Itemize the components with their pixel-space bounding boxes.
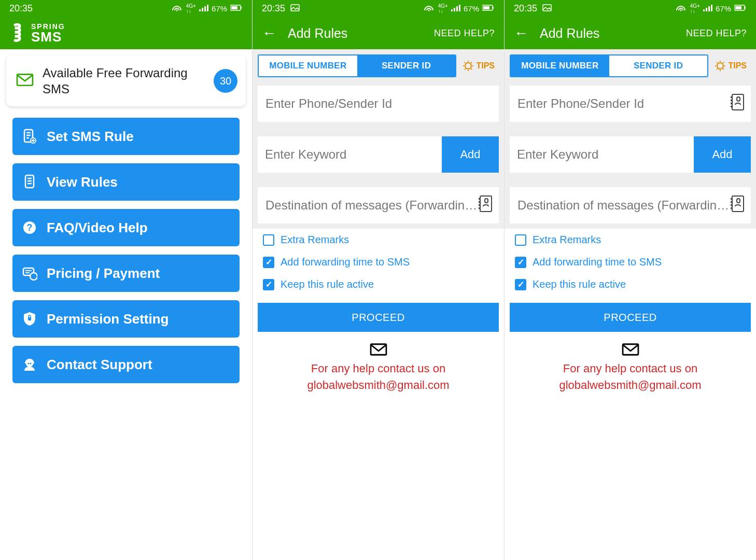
- status-time: 20:35: [262, 3, 285, 14]
- envelope-icon: [369, 349, 388, 358]
- checkbox-add-time[interactable]: Add forwarding time to SMS: [505, 251, 756, 273]
- faq-button[interactable]: FAQ/Video Help: [12, 209, 240, 246]
- checkbox-add-time[interactable]: Add forwarding time to SMS: [253, 251, 504, 273]
- need-help-link[interactable]: NEED HELP?: [434, 28, 495, 39]
- back-button[interactable]: ←: [262, 26, 276, 40]
- status-battery: 67%: [212, 4, 227, 13]
- status-bar: 20:35 4G+↑↓ 67%: [505, 0, 756, 17]
- checkbox-extra-remarks-label: Extra Remarks: [281, 234, 349, 246]
- checkbox-icon: [515, 234, 526, 246]
- brand-main: SMS: [31, 30, 65, 44]
- screen-home: 20:35 4G+↑↓ 67% SPRING SMS: [0, 0, 252, 560]
- signal-icon: [199, 4, 208, 13]
- screen-add-rules-sender: 20:35 4G+↑↓ 67% ← Add Rules NEED HELP? M…: [504, 0, 756, 560]
- checkbox-add-time-label: Add forwarding time to SMS: [533, 256, 662, 268]
- status-battery: 67%: [716, 4, 731, 13]
- proceed-label: PROCEED: [604, 312, 656, 324]
- picture-icon: [290, 3, 300, 14]
- checkbox-icon: [263, 279, 274, 290]
- tips-label: TIPS: [476, 61, 495, 71]
- permission-label: Permission Setting: [47, 311, 169, 327]
- contacts-icon[interactable]: [730, 195, 745, 216]
- doc-plus-icon: [22, 129, 37, 144]
- destination-input[interactable]: Destination of messages (Forwardin…: [510, 187, 751, 223]
- proceed-button[interactable]: PROCEED: [258, 303, 499, 332]
- set-sms-rule-button[interactable]: Set SMS Rule: [12, 118, 240, 155]
- help-line-1: For any help contact us on: [263, 362, 494, 375]
- status-time: 20:35: [514, 3, 537, 14]
- battery-icon: [230, 4, 243, 13]
- phone-sender-placeholder: Enter Phone/Sender Id: [265, 96, 392, 111]
- keyword-placeholder: Enter Keyword: [517, 147, 598, 162]
- quota-card[interactable]: Available Free Forwarding SMS 30: [6, 55, 246, 106]
- checkbox-keep-active[interactable]: Keep this rule active: [253, 273, 504, 296]
- tab-mobile-number[interactable]: MOBILE NUMBER: [511, 55, 609, 76]
- hotspot-icon: [423, 3, 435, 14]
- tab-sender-id[interactable]: SENDER ID: [357, 55, 456, 76]
- tips-button[interactable]: TIPS: [708, 60, 751, 72]
- tab-mobile-number[interactable]: MOBILE NUMBER: [259, 55, 357, 76]
- checkbox-icon: [263, 257, 274, 268]
- pricing-button[interactable]: Pricing / Payment: [12, 255, 240, 292]
- checkbox-icon: [263, 234, 274, 246]
- tips-button[interactable]: TIPS: [456, 60, 499, 72]
- back-button[interactable]: ←: [514, 26, 528, 40]
- help-line-2[interactable]: globalwebsmith@gmail.com: [515, 379, 746, 392]
- status-battery: 67%: [464, 4, 479, 13]
- checkbox-keep-active-label: Keep this rule active: [281, 278, 374, 290]
- destination-placeholder: Destination of messages (Forwardin…: [517, 198, 729, 213]
- network-icon: 4G+↑↓: [690, 4, 700, 14]
- keyword-input[interactable]: Enter Keyword: [510, 136, 694, 173]
- keyword-input[interactable]: Enter Keyword: [258, 136, 442, 173]
- proceed-label: PROCEED: [352, 312, 404, 324]
- checkbox-extra-remarks[interactable]: Extra Remarks: [253, 229, 504, 251]
- phone-sender-input[interactable]: Enter Phone/Sender Id: [258, 86, 499, 122]
- status-time: 20:35: [9, 3, 33, 14]
- permission-button[interactable]: Permission Setting: [12, 300, 240, 338]
- checkbox-keep-active[interactable]: Keep this rule active: [505, 273, 756, 296]
- screen-add-rules-mobile: 20:35 4G+↑↓ 67% ← Add Rules NEED HELP? M…: [252, 0, 504, 560]
- add-keyword-label: Add: [712, 148, 732, 161]
- add-keyword-button[interactable]: Add: [442, 136, 499, 173]
- checkbox-add-time-label: Add forwarding time to SMS: [281, 256, 410, 268]
- view-rules-button[interactable]: View Rules: [12, 163, 240, 201]
- app-bar: ← Add Rules NEED HELP?: [505, 17, 756, 49]
- contact-label: Contact Support: [47, 357, 152, 373]
- status-bar: 20:35 4G+↑↓ 67%: [253, 0, 504, 17]
- envelope-icon: [621, 349, 640, 358]
- checkbox-extra-remarks[interactable]: Extra Remarks: [505, 229, 756, 251]
- tab-sender-id[interactable]: SENDER ID: [609, 55, 708, 76]
- tab-group: MOBILE NUMBER SENDER ID: [510, 54, 708, 77]
- doc-icon: [22, 174, 37, 190]
- help-line-1: For any help contact us on: [515, 362, 746, 375]
- destination-input[interactable]: Destination of messages (Forwardin…: [258, 187, 499, 223]
- checkbox-icon: [515, 257, 526, 268]
- shield-icon: [22, 311, 37, 327]
- contact-button[interactable]: Contact Support: [12, 346, 240, 383]
- destination-placeholder: Destination of messages (Forwardin…: [265, 198, 477, 213]
- pricing-label: Pricing / Payment: [47, 265, 160, 282]
- checkbox-keep-active-label: Keep this rule active: [533, 278, 626, 290]
- tips-label: TIPS: [728, 61, 747, 71]
- contact-help-block: For any help contact us on globalwebsmit…: [253, 339, 504, 395]
- add-keyword-label: Add: [460, 148, 480, 161]
- proceed-button[interactable]: PROCEED: [510, 303, 751, 332]
- signal-icon: [703, 4, 712, 13]
- status-bar: 20:35 4G+↑↓ 67%: [0, 0, 252, 17]
- tab-group: MOBILE NUMBER SENDER ID: [258, 54, 456, 77]
- picture-icon: [542, 3, 552, 14]
- checkbox-extra-remarks-label: Extra Remarks: [533, 234, 601, 246]
- support-icon: [22, 357, 37, 372]
- contacts-icon[interactable]: [730, 93, 745, 114]
- contacts-icon[interactable]: [478, 195, 493, 216]
- hotspot-icon: [675, 3, 687, 14]
- need-help-link[interactable]: NEED HELP?: [686, 28, 747, 39]
- page-title: Add Rules: [540, 26, 599, 41]
- help-line-2[interactable]: globalwebsmith@gmail.com: [263, 379, 494, 392]
- keyword-placeholder: Enter Keyword: [265, 147, 346, 162]
- app-bar: ← Add Rules NEED HELP?: [253, 17, 504, 49]
- phone-sender-input[interactable]: Enter Phone/Sender Id: [510, 86, 751, 122]
- set-sms-rule-label: Set SMS Rule: [47, 129, 134, 145]
- pricing-icon: [22, 265, 37, 281]
- add-keyword-button[interactable]: Add: [694, 136, 751, 173]
